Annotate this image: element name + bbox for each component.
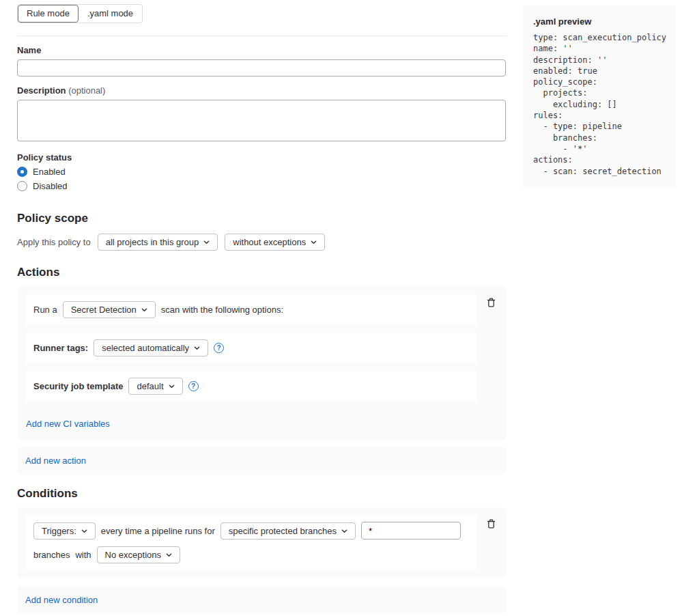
scan-options-text: scan with the following options:	[161, 305, 283, 315]
delete-action-button[interactable]	[485, 296, 498, 309]
editor-mode-toggle: Rule mode .yaml mode	[17, 4, 143, 23]
chevron-down-icon	[194, 345, 200, 351]
branch-exceptions-dropdown-label: No exceptions	[105, 550, 161, 560]
chevron-down-icon	[311, 239, 317, 245]
add-condition-strip: Add new condition	[17, 586, 506, 614]
policy-status-enabled-option[interactable]: Enabled	[17, 167, 506, 177]
triggers-dropdown-label: Triggers:	[42, 526, 76, 536]
rule-mode-button[interactable]: Rule mode	[18, 5, 79, 23]
branch-type-dropdown-label: specific protected branches	[229, 526, 337, 536]
action-card: Run a Secret Detection scan with the fol…	[17, 286, 506, 440]
apply-policy-text: Apply this policy to	[17, 237, 91, 247]
projects-scope-dropdown-label: all projects in this group	[106, 237, 199, 247]
runner-tags-label: Runner tags:	[33, 343, 88, 353]
projects-scope-dropdown[interactable]: all projects in this group	[98, 234, 218, 251]
triggers-dropdown[interactable]: Triggers:	[33, 522, 96, 540]
scan-type-dropdown[interactable]: Secret Detection	[63, 301, 156, 318]
policy-editor-main: Rule mode .yaml mode Name Description (o…	[17, 0, 506, 616]
name-label: Name	[17, 45, 506, 55]
add-new-condition-link[interactable]: Add new condition	[25, 595, 98, 605]
radio-disabled-label: Disabled	[33, 181, 68, 191]
job-template-label: Security job template	[33, 381, 123, 391]
trash-icon	[486, 297, 496, 308]
job-template-dropdown[interactable]: default	[128, 378, 182, 395]
add-action-strip: Add new action	[17, 447, 506, 475]
radio-disabled[interactable]	[17, 181, 27, 191]
yaml-preview-panel: .yaml preview type: scan_execution_polic…	[522, 5, 676, 188]
branch-type-dropdown[interactable]: specific protected branches	[221, 522, 356, 540]
policy-status-disabled-option[interactable]: Disabled	[17, 181, 506, 191]
branch-exceptions-dropdown[interactable]: No exceptions	[97, 546, 180, 563]
radio-enabled[interactable]	[17, 167, 27, 177]
chevron-down-icon	[169, 383, 175, 389]
policy-status-label: Policy status	[17, 152, 506, 163]
action-card-content: Run a Secret Detection scan with the fol…	[25, 294, 477, 432]
add-ci-variables-link[interactable]: Add new CI variables	[26, 419, 110, 429]
branches-text: branches	[33, 550, 70, 560]
action-scan-row: Run a Secret Detection scan with the fol…	[25, 294, 477, 325]
pipeline-runs-text: every time a pipeline runs for	[101, 526, 215, 536]
runner-tags-row: Runner tags: selected automatically ?	[25, 333, 477, 363]
with-text: with	[75, 550, 91, 560]
run-a-text: Run a	[33, 305, 57, 315]
branch-pattern-input[interactable]	[361, 522, 461, 540]
condition-card: Triggers: every time a pipeline runs for…	[17, 507, 506, 578]
runner-tags-dropdown[interactable]: selected automatically	[94, 339, 208, 356]
scan-type-dropdown-label: Secret Detection	[71, 305, 137, 315]
scope-exceptions-dropdown-label: without exceptions	[233, 237, 306, 247]
name-input[interactable]	[17, 59, 506, 76]
scope-exceptions-dropdown[interactable]: without exceptions	[225, 234, 325, 251]
trash-icon	[486, 518, 496, 529]
condition-card-content: Triggers: every time a pipeline runs for…	[25, 516, 477, 570]
delete-condition-button[interactable]	[485, 517, 498, 531]
description-optional-text: (optional)	[68, 85, 105, 96]
yaml-preview-title: .yaml preview	[533, 16, 665, 27]
chevron-down-icon	[341, 528, 347, 534]
job-template-row: Security job template default ?	[25, 371, 477, 402]
policy-scope-heading: Policy scope	[17, 212, 506, 225]
question-circle-icon[interactable]: ?	[214, 343, 224, 353]
add-new-action-link[interactable]: Add new action	[25, 456, 86, 466]
description-label-text: Description	[17, 85, 66, 96]
condition-trash-col	[477, 516, 498, 531]
job-template-dropdown-label: default	[137, 381, 163, 391]
chevron-down-icon	[203, 239, 210, 245]
yaml-preview-code: type: scan_execution_policy name: '' des…	[533, 32, 665, 177]
radio-enabled-label: Enabled	[33, 167, 66, 177]
policy-scope-row: Apply this policy to all projects in thi…	[17, 234, 506, 251]
chevron-down-icon	[141, 307, 147, 313]
chevron-down-icon	[166, 552, 172, 558]
condition-rule-row: Triggers: every time a pipeline runs for…	[25, 516, 477, 570]
yaml-mode-button[interactable]: .yaml mode	[79, 5, 142, 23]
action-trash-col	[477, 294, 498, 309]
description-textarea[interactable]	[17, 100, 506, 141]
description-label: Description (optional)	[17, 85, 506, 96]
actions-heading: Actions	[17, 266, 506, 279]
policy-editor-page: Rule mode .yaml mode Name Description (o…	[0, 0, 682, 616]
divider	[17, 36, 506, 36]
chevron-down-icon	[81, 528, 87, 534]
conditions-heading: Conditions	[17, 487, 506, 501]
runner-tags-dropdown-label: selected automatically	[102, 343, 189, 353]
question-circle-icon[interactable]: ?	[188, 381, 199, 391]
